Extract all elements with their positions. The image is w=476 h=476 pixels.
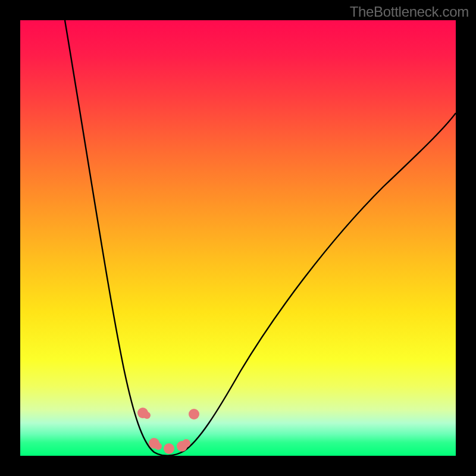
dot [143, 412, 151, 419]
watermark-text: TheBottleneck.com [350, 4, 469, 20]
plot-area [20, 20, 456, 456]
bottleneck-curve [65, 20, 456, 456]
dot [155, 443, 162, 450]
curve-svg [20, 20, 456, 456]
dot [182, 439, 190, 447]
chart-frame: TheBottleneck.com [0, 0, 476, 476]
dot [189, 409, 199, 419]
dot [164, 443, 174, 454]
